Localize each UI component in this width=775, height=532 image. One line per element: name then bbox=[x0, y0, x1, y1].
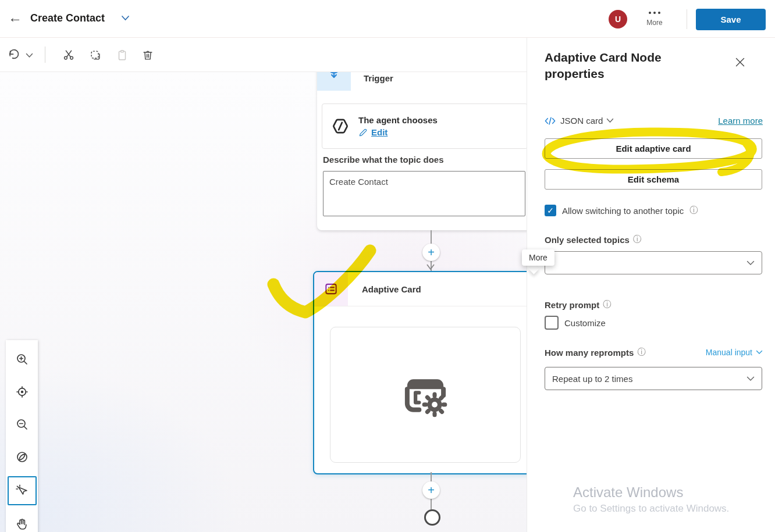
info-icon[interactable]: ⓘ bbox=[689, 205, 698, 216]
copy-button[interactable] bbox=[86, 46, 105, 65]
manual-input-dropdown[interactable]: Manual input bbox=[706, 348, 763, 357]
close-panel-button[interactable] bbox=[732, 54, 748, 70]
hand-pan-icon bbox=[15, 517, 29, 531]
info-icon[interactable]: ⓘ bbox=[603, 299, 611, 310]
paste-icon bbox=[116, 49, 129, 62]
adaptive-node-title: Adaptive Card bbox=[362, 284, 421, 294]
learn-more-link[interactable]: Learn more bbox=[718, 116, 763, 126]
agent-chooses-card[interactable]: The agent chooses Edit bbox=[322, 103, 528, 149]
cut-icon bbox=[62, 49, 75, 62]
zoom-out-icon bbox=[15, 417, 29, 431]
agent-chooses-title: The agent chooses bbox=[358, 115, 438, 125]
add-node-button-bottom[interactable]: + bbox=[422, 481, 440, 499]
paste-button[interactable] bbox=[113, 46, 131, 65]
center-target-icon bbox=[15, 385, 29, 399]
checkmark-icon: ✓ bbox=[547, 206, 554, 215]
topic-title: Create Contact bbox=[30, 12, 105, 24]
toolbar-divider bbox=[45, 47, 45, 63]
arrow-down-icon bbox=[426, 264, 435, 270]
allow-switching-row: ✓ Allow switching to another topic ⓘ bbox=[545, 205, 698, 216]
more-tooltip: More bbox=[522, 249, 554, 266]
agent-chooses-text: The agent chooses Edit bbox=[358, 115, 438, 137]
zoom-in-button[interactable] bbox=[9, 346, 35, 373]
describe-topic-input[interactable]: Create Contact bbox=[323, 171, 525, 216]
only-selected-topics-select[interactable] bbox=[545, 251, 762, 274]
select-tool-button[interactable] bbox=[8, 476, 37, 505]
customize-label: Customize bbox=[564, 318, 606, 328]
zoom-in-icon bbox=[15, 352, 29, 366]
describe-topic-label: Describe what the topic does bbox=[323, 155, 444, 165]
panel-title: Adaptive Card Node properties bbox=[545, 49, 696, 83]
chevron-down-icon bbox=[756, 350, 763, 355]
edit-trigger-link[interactable]: Edit bbox=[358, 127, 438, 137]
chevron-down-icon[interactable] bbox=[606, 118, 614, 123]
card-type-dropdown[interactable]: JSON card bbox=[560, 116, 603, 126]
avatar[interactable]: U bbox=[609, 10, 627, 28]
canvas-zoom-toolbar bbox=[6, 340, 38, 532]
end-of-topic-node[interactable] bbox=[424, 509, 440, 526]
header-divider bbox=[687, 9, 687, 29]
retry-prompt-label: Retry prompt ⓘ bbox=[545, 299, 611, 310]
reprompt-count-select[interactable]: Repeat up to 2 times bbox=[545, 367, 762, 390]
trigger-node-title: Trigger bbox=[364, 73, 393, 83]
customize-row: Customize bbox=[545, 316, 606, 330]
more-label: More bbox=[642, 19, 667, 27]
reset-view-button[interactable] bbox=[9, 379, 35, 405]
how-many-reprompts-label: How many reprompts ⓘ bbox=[545, 347, 645, 358]
chevron-down-icon bbox=[746, 376, 755, 381]
more-button[interactable]: More bbox=[642, 8, 667, 27]
more-icon bbox=[642, 8, 667, 14]
window-gear-icon bbox=[400, 372, 450, 418]
back-button[interactable]: ← bbox=[8, 10, 22, 24]
customize-checkbox[interactable] bbox=[545, 316, 559, 330]
pan-tool-button[interactable] bbox=[9, 511, 35, 532]
card-type-row: JSON card Learn more bbox=[545, 116, 763, 126]
plus-icon: + bbox=[428, 246, 435, 259]
allow-switching-checkbox[interactable]: ✓ bbox=[545, 205, 556, 216]
pencil-icon bbox=[358, 128, 368, 137]
zoom-out-button[interactable] bbox=[9, 411, 35, 438]
code-icon bbox=[545, 116, 556, 126]
edit-schema-button[interactable]: Edit schema bbox=[545, 169, 762, 190]
chevron-down-icon[interactable] bbox=[121, 15, 130, 21]
delete-button[interactable] bbox=[138, 46, 157, 65]
allow-switching-label: Allow switching to another topic bbox=[562, 206, 684, 216]
trigger-icon bbox=[317, 72, 351, 91]
undo-button[interactable] bbox=[5, 46, 23, 65]
edit-adaptive-card-button[interactable]: Edit adaptive card bbox=[545, 138, 762, 159]
add-node-button-top[interactable]: + bbox=[422, 244, 440, 261]
copilot-studio-topic-editor: Trigger The agent chooses Edit bbox=[0, 0, 775, 532]
plus-icon: + bbox=[428, 484, 435, 497]
info-icon[interactable]: ⓘ bbox=[637, 347, 645, 358]
top-header: ← Create Contact U More Save bbox=[0, 0, 775, 38]
trash-icon bbox=[141, 49, 154, 62]
cursor-click-icon bbox=[15, 484, 29, 498]
back-arrow-icon: ← bbox=[8, 9, 22, 25]
chevron-down-icon bbox=[26, 53, 33, 58]
info-icon[interactable]: ⓘ bbox=[633, 234, 641, 245]
how-many-reprompts-row: How many reprompts ⓘ Manual input bbox=[545, 347, 763, 358]
minimap-toggle-button[interactable] bbox=[9, 444, 35, 470]
copy-icon bbox=[89, 49, 102, 62]
adaptive-card-preview[interactable] bbox=[330, 327, 521, 463]
chevron-down-icon bbox=[746, 260, 755, 266]
close-icon bbox=[735, 58, 745, 67]
agent-chooses-icon bbox=[322, 116, 358, 136]
undo-menu-button[interactable] bbox=[22, 46, 36, 65]
properties-panel: Adaptive Card Node properties JSON card … bbox=[527, 38, 775, 532]
only-selected-topics-label: Only selected topics ⓘ bbox=[545, 234, 641, 245]
adaptive-card-icon bbox=[314, 272, 348, 306]
undo-icon bbox=[8, 49, 20, 62]
cut-button[interactable] bbox=[59, 46, 78, 65]
minimap-icon bbox=[15, 450, 29, 464]
save-button[interactable]: Save bbox=[696, 9, 766, 30]
